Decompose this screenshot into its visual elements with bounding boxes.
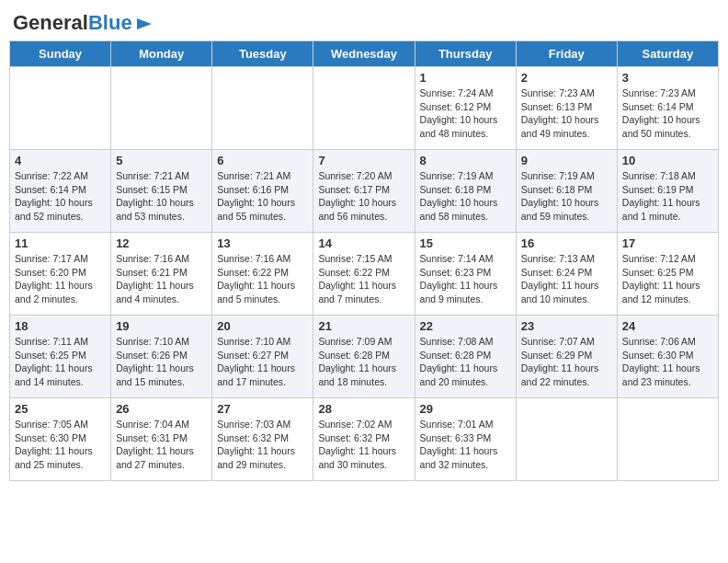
calendar-cell: 9Sunrise: 7:19 AM Sunset: 6:18 PM Daylig… [516,150,617,233]
day-info: Sunrise: 7:24 AM Sunset: 6:12 PM Dayligh… [420,86,511,141]
calendar-cell: 15Sunrise: 7:14 AM Sunset: 6:23 PM Dayli… [415,233,516,316]
day-number: 3 [622,71,713,85]
calendar-cell: 27Sunrise: 7:03 AM Sunset: 6:32 PM Dayli… [212,398,313,481]
day-info: Sunrise: 7:01 AM Sunset: 6:33 PM Dayligh… [420,418,511,472]
day-number: 14 [318,236,409,250]
calendar-cell: 29Sunrise: 7:01 AM Sunset: 6:33 PM Dayli… [415,398,516,481]
calendar-day-header: Monday [111,41,212,67]
day-number: 17 [622,236,713,250]
day-info: Sunrise: 7:13 AM Sunset: 6:24 PM Dayligh… [521,252,612,306]
page-header: GeneralBlue [9,9,719,33]
day-info: Sunrise: 7:11 AM Sunset: 6:25 PM Dayligh… [15,335,106,389]
day-number: 1 [420,71,511,85]
calendar-day-header: Friday [516,41,617,67]
calendar-week-row: 18Sunrise: 7:11 AM Sunset: 6:25 PM Dayli… [10,316,719,398]
day-info: Sunrise: 7:17 AM Sunset: 6:20 PM Dayligh… [15,252,106,306]
day-info: Sunrise: 7:09 AM Sunset: 6:28 PM Dayligh… [318,335,409,389]
day-number: 5 [116,154,207,167]
calendar-cell: 20Sunrise: 7:10 AM Sunset: 6:27 PM Dayli… [212,316,313,398]
day-info: Sunrise: 7:10 AM Sunset: 6:27 PM Dayligh… [217,335,308,389]
day-number: 24 [622,319,713,333]
day-info: Sunrise: 7:23 AM Sunset: 6:13 PM Dayligh… [521,86,612,141]
calendar-cell [212,67,313,150]
day-number: 18 [15,319,106,333]
calendar-week-row: 1Sunrise: 7:24 AM Sunset: 6:12 PM Daylig… [10,67,719,150]
day-number: 4 [15,154,106,167]
svg-marker-0 [137,18,152,29]
logo: GeneralBlue [13,13,154,33]
calendar-cell: 21Sunrise: 7:09 AM Sunset: 6:28 PM Dayli… [313,316,415,398]
calendar-cell: 4Sunrise: 7:22 AM Sunset: 6:14 PM Daylig… [10,150,111,233]
day-info: Sunrise: 7:05 AM Sunset: 6:30 PM Dayligh… [15,418,106,472]
calendar-cell: 13Sunrise: 7:16 AM Sunset: 6:22 PM Dayli… [212,233,313,316]
calendar-cell [313,67,415,150]
day-info: Sunrise: 7:16 AM Sunset: 6:22 PM Dayligh… [217,252,308,306]
calendar-cell: 5Sunrise: 7:21 AM Sunset: 6:15 PM Daylig… [111,150,212,233]
day-info: Sunrise: 7:10 AM Sunset: 6:26 PM Dayligh… [116,335,207,389]
calendar-day-header: Saturday [617,41,718,67]
day-number: 26 [116,402,207,416]
day-number: 25 [15,402,106,416]
calendar-week-row: 11Sunrise: 7:17 AM Sunset: 6:20 PM Dayli… [10,233,719,316]
calendar-cell: 8Sunrise: 7:19 AM Sunset: 6:18 PM Daylig… [415,150,516,233]
calendar-cell: 12Sunrise: 7:16 AM Sunset: 6:21 PM Dayli… [111,233,212,316]
calendar-header-row: SundayMondayTuesdayWednesdayThursdayFrid… [10,41,719,67]
day-info: Sunrise: 7:14 AM Sunset: 6:23 PM Dayligh… [420,252,511,306]
day-number: 22 [420,319,511,333]
calendar-day-header: Tuesday [212,41,313,67]
calendar-cell: 28Sunrise: 7:02 AM Sunset: 6:32 PM Dayli… [313,398,415,481]
day-number: 23 [521,319,612,333]
day-number: 16 [521,236,612,250]
calendar-cell: 24Sunrise: 7:06 AM Sunset: 6:30 PM Dayli… [617,316,718,398]
calendar-cell [10,67,111,150]
calendar-table: SundayMondayTuesdayWednesdayThursdayFrid… [9,40,719,481]
day-number: 20 [217,319,308,333]
calendar-cell: 19Sunrise: 7:10 AM Sunset: 6:26 PM Dayli… [111,316,212,398]
logo-arrow-icon [135,15,154,33]
day-number: 6 [217,154,308,167]
day-info: Sunrise: 7:08 AM Sunset: 6:28 PM Dayligh… [420,335,511,389]
day-number: 28 [318,402,409,416]
day-info: Sunrise: 7:15 AM Sunset: 6:22 PM Dayligh… [318,252,409,306]
day-number: 12 [116,236,207,250]
day-info: Sunrise: 7:12 AM Sunset: 6:25 PM Dayligh… [622,252,713,306]
day-info: Sunrise: 7:07 AM Sunset: 6:29 PM Dayligh… [521,335,612,389]
day-number: 15 [420,236,511,250]
day-info: Sunrise: 7:18 AM Sunset: 6:19 PM Dayligh… [622,169,713,224]
day-info: Sunrise: 7:16 AM Sunset: 6:21 PM Dayligh… [116,252,207,306]
calendar-cell: 22Sunrise: 7:08 AM Sunset: 6:28 PM Dayli… [415,316,516,398]
calendar-cell: 2Sunrise: 7:23 AM Sunset: 6:13 PM Daylig… [516,67,617,150]
day-number: 19 [116,319,207,333]
day-info: Sunrise: 7:06 AM Sunset: 6:30 PM Dayligh… [622,335,713,389]
calendar-cell: 10Sunrise: 7:18 AM Sunset: 6:19 PM Dayli… [617,150,718,233]
calendar-body: 1Sunrise: 7:24 AM Sunset: 6:12 PM Daylig… [10,67,719,481]
calendar-week-row: 25Sunrise: 7:05 AM Sunset: 6:30 PM Dayli… [10,398,719,481]
day-info: Sunrise: 7:19 AM Sunset: 6:18 PM Dayligh… [420,169,511,224]
calendar-cell: 25Sunrise: 7:05 AM Sunset: 6:30 PM Dayli… [10,398,111,481]
day-number: 9 [521,154,612,167]
calendar-cell: 26Sunrise: 7:04 AM Sunset: 6:31 PM Dayli… [111,398,212,481]
day-info: Sunrise: 7:23 AM Sunset: 6:14 PM Dayligh… [622,86,713,141]
day-info: Sunrise: 7:21 AM Sunset: 6:15 PM Dayligh… [116,169,207,224]
calendar-cell [617,398,718,481]
calendar-cell: 14Sunrise: 7:15 AM Sunset: 6:22 PM Dayli… [313,233,415,316]
day-number: 11 [15,236,106,250]
calendar-cell: 23Sunrise: 7:07 AM Sunset: 6:29 PM Dayli… [516,316,617,398]
day-number: 7 [318,154,409,167]
day-number: 13 [217,236,308,250]
calendar-cell [111,67,212,150]
calendar-cell: 7Sunrise: 7:20 AM Sunset: 6:17 PM Daylig… [313,150,415,233]
calendar-day-header: Thursday [415,41,516,67]
calendar-day-header: Sunday [10,41,111,67]
calendar-cell: 17Sunrise: 7:12 AM Sunset: 6:25 PM Dayli… [617,233,718,316]
day-info: Sunrise: 7:02 AM Sunset: 6:32 PM Dayligh… [318,418,409,472]
day-info: Sunrise: 7:04 AM Sunset: 6:31 PM Dayligh… [116,418,207,472]
calendar-cell: 16Sunrise: 7:13 AM Sunset: 6:24 PM Dayli… [516,233,617,316]
calendar-cell: 3Sunrise: 7:23 AM Sunset: 6:14 PM Daylig… [617,67,718,150]
day-number: 21 [318,319,409,333]
calendar-week-row: 4Sunrise: 7:22 AM Sunset: 6:14 PM Daylig… [10,150,719,233]
day-number: 27 [217,402,308,416]
calendar-day-header: Wednesday [313,41,415,67]
day-info: Sunrise: 7:22 AM Sunset: 6:14 PM Dayligh… [15,169,106,224]
day-number: 8 [420,154,511,167]
